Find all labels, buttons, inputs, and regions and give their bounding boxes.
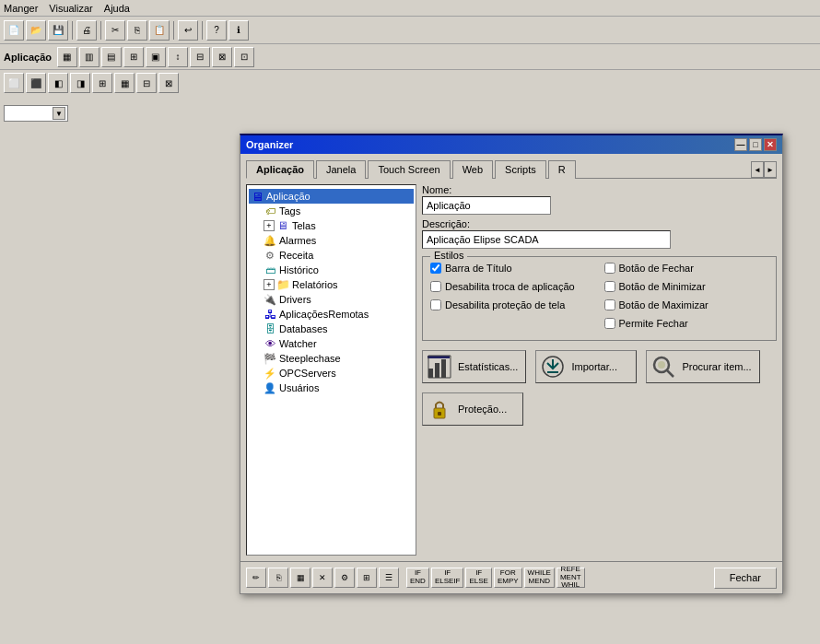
tab-aplicacao[interactable]: Aplicação bbox=[246, 160, 314, 179]
menu-manger[interactable]: Manger bbox=[4, 3, 38, 14]
menu-visualizar[interactable]: Visualizar bbox=[49, 3, 93, 14]
about-button[interactable]: ℹ bbox=[228, 20, 249, 41]
minimize-button[interactable]: — bbox=[734, 138, 747, 151]
tb3-b6[interactable]: ▦ bbox=[114, 73, 135, 93]
tb3-b3[interactable]: ◧ bbox=[48, 73, 68, 93]
importar-label: Importar... bbox=[571, 361, 617, 372]
tb2-b3[interactable]: ▤ bbox=[101, 47, 122, 67]
historico-icon: 🗃 bbox=[264, 263, 276, 276]
if-end-button[interactable]: IFEND bbox=[406, 568, 429, 588]
tree-item-aplicacao[interactable]: 🖥 Aplicação bbox=[249, 189, 414, 204]
checkbox-desabilita-troca[interactable]: Desabilita troca de aplicação bbox=[430, 281, 595, 292]
checkbox-desabilita-troca-input[interactable] bbox=[430, 281, 441, 292]
tb3-b7[interactable]: ⊟ bbox=[136, 73, 157, 93]
tb2-b7[interactable]: ⊟ bbox=[190, 47, 210, 67]
filter-button[interactable]: ⊞ bbox=[357, 568, 377, 588]
grid-button[interactable]: ▦ bbox=[290, 568, 310, 588]
tb3-b2[interactable]: ⬛ bbox=[26, 73, 46, 93]
tb3-b4[interactable]: ◨ bbox=[70, 73, 90, 93]
drivers-icon: 🔌 bbox=[264, 293, 276, 306]
tree-item-historico[interactable]: 🗃 Histórico bbox=[249, 263, 414, 277]
tree-item-opcservers[interactable]: ⚡ OPCServers bbox=[249, 366, 414, 381]
tree-item-relatorios[interactable]: + 📁 Relatórios bbox=[249, 277, 414, 292]
tb2-b1[interactable]: ▦ bbox=[57, 47, 77, 67]
checkbox-botao-maximizar[interactable]: Botão de Maximizar bbox=[604, 299, 769, 310]
save-button[interactable]: 💾 bbox=[48, 20, 68, 41]
list-button[interactable]: ☰ bbox=[379, 568, 399, 588]
tree-item-tags[interactable]: 🏷 Tags bbox=[249, 204, 414, 218]
tb2-b8[interactable]: ⊠ bbox=[212, 47, 232, 67]
menu-ajuda[interactable]: Ajuda bbox=[104, 3, 130, 14]
importar-button[interactable]: Importar... bbox=[535, 350, 637, 383]
checkbox-permite-fechar[interactable]: Permite Fechar bbox=[604, 318, 769, 329]
checkbox-permite-fechar-input[interactable] bbox=[604, 318, 615, 329]
tb2-b9[interactable]: ⊡ bbox=[234, 47, 254, 67]
help-button[interactable]: ? bbox=[206, 20, 227, 41]
tab-janela[interactable]: Janela bbox=[316, 160, 366, 179]
tree-item-drivers[interactable]: 🔌 Drivers bbox=[249, 292, 414, 307]
copy-button[interactable]: ⎘ bbox=[127, 20, 147, 41]
undo-button[interactable]: ↩ bbox=[178, 20, 198, 41]
tb3-b5[interactable]: ⊞ bbox=[92, 73, 112, 93]
close-button[interactable]: ✕ bbox=[764, 138, 777, 151]
tb3-b8[interactable]: ⊠ bbox=[158, 73, 179, 93]
telas-expand-icon[interactable]: + bbox=[264, 220, 275, 231]
procurar-button[interactable]: Procurar item... bbox=[646, 350, 759, 383]
tab-r[interactable]: R bbox=[548, 160, 576, 179]
checkbox-desabilita-protecao-input[interactable] bbox=[430, 299, 441, 310]
fechar-button[interactable]: Fechar bbox=[714, 568, 777, 589]
tree-panel[interactable]: 🖥 Aplicação 🏷 Tags + 🖥 Telas bbox=[246, 184, 416, 556]
tb2-b2[interactable]: ▥ bbox=[79, 47, 100, 67]
cut-button[interactable]: ✂ bbox=[105, 20, 125, 41]
if-elseif-button[interactable]: IFELSEIF bbox=[431, 568, 464, 588]
estatisticas-button[interactable]: Estatísticas... bbox=[422, 350, 526, 383]
tree-item-alarmes[interactable]: 🔔 Alarmes bbox=[249, 233, 414, 248]
settings-button[interactable]: ⚙ bbox=[334, 568, 355, 588]
tab-scroll-right-button[interactable]: ► bbox=[764, 161, 777, 178]
maximize-button[interactable]: □ bbox=[749, 138, 762, 151]
new-button[interactable]: 📄 bbox=[4, 20, 24, 41]
if-else-button[interactable]: IFELSE bbox=[465, 568, 491, 588]
for-empy-button[interactable]: FOREMPY bbox=[494, 568, 522, 588]
checkbox-desabilita-protecao[interactable]: Desabilita proteção de tela bbox=[430, 299, 595, 310]
nome-input[interactable] bbox=[422, 196, 551, 215]
tab-scripts[interactable]: Scripts bbox=[495, 160, 546, 179]
paste-button[interactable]: 📋 bbox=[149, 20, 170, 41]
print-button[interactable]: 🖨 bbox=[76, 20, 97, 41]
tree-item-steeplechase[interactable]: 🏁 Steeplechase bbox=[249, 351, 414, 366]
tb2-b6[interactable]: ↕ bbox=[168, 47, 188, 67]
checkbox-barra-titulo-input[interactable] bbox=[430, 263, 441, 274]
checkbox-botao-fechar-input[interactable] bbox=[604, 263, 615, 274]
while-mend-button[interactable]: WHILEMEND bbox=[524, 568, 555, 588]
zoom-dropdown[interactable]: ▼ bbox=[4, 105, 68, 122]
tree-item-receita[interactable]: ⚙ Receita bbox=[249, 248, 414, 263]
tab-touchscreen[interactable]: Touch Screen bbox=[368, 160, 450, 179]
zoom-level: Aplicação bbox=[4, 52, 52, 63]
relatorios-expand-icon[interactable]: + bbox=[264, 279, 275, 290]
checkbox-botao-maximizar-input[interactable] bbox=[604, 299, 615, 310]
tb2-b4[interactable]: ⊞ bbox=[123, 47, 144, 67]
tree-item-usuarios[interactable]: 👤 Usuários bbox=[249, 381, 414, 395]
checkbox-botao-minimizar-input[interactable] bbox=[604, 281, 615, 292]
checkbox-botao-fechar[interactable]: Botão de Fechar bbox=[604, 263, 769, 274]
x-button[interactable]: ✕ bbox=[312, 568, 333, 588]
dialog-content: Aplicação Janela Touch Screen Web Script… bbox=[240, 154, 782, 561]
open-button[interactable]: 📂 bbox=[26, 20, 46, 41]
descricao-input[interactable] bbox=[422, 230, 671, 249]
tree-item-databases[interactable]: 🗄 Databases bbox=[249, 322, 414, 336]
checkbox-botao-minimizar[interactable]: Botão de Minimizar bbox=[604, 281, 769, 292]
dialog-title-bar: Organizer — □ ✕ bbox=[240, 135, 782, 154]
protecao-button[interactable]: Proteção... bbox=[422, 392, 523, 426]
dropdown-arrow-icon[interactable]: ▼ bbox=[53, 107, 65, 120]
tree-item-watcher[interactable]: 👁 Watcher bbox=[249, 336, 414, 351]
tree-item-aplicacoesremotas[interactable]: 🖧 AplicaçõesRemotas bbox=[249, 307, 414, 322]
copy-small-button[interactable]: ⎘ bbox=[268, 568, 288, 588]
tb2-b5[interactable]: ▣ bbox=[146, 47, 166, 67]
refe-ment-button[interactable]: REFEMENTWHIL bbox=[556, 568, 585, 588]
tab-scroll-left-button[interactable]: ◄ bbox=[751, 161, 764, 178]
tab-web[interactable]: Web bbox=[452, 160, 493, 179]
tree-item-telas[interactable]: + 🖥 Telas bbox=[249, 218, 414, 233]
pencil-button[interactable]: ✏ bbox=[246, 568, 266, 588]
checkbox-barra-titulo[interactable]: Barra de Título bbox=[430, 263, 595, 274]
tb3-b1[interactable]: ⬜ bbox=[4, 73, 24, 93]
